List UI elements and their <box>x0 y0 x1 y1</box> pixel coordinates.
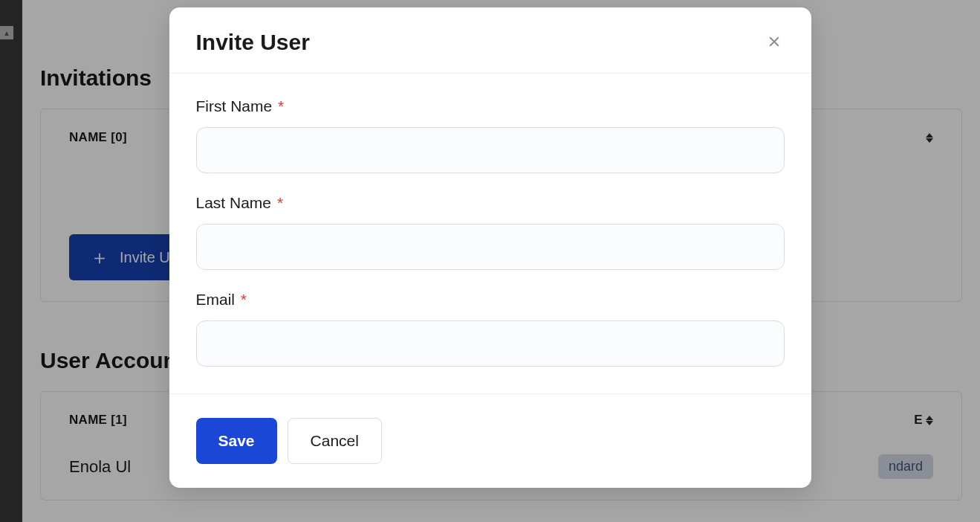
required-indicator: * <box>277 194 283 211</box>
last-name-label-text: Last Name <box>196 194 272 211</box>
email-input[interactable] <box>196 320 785 367</box>
first-name-label: First Name * <box>196 97 785 115</box>
first-name-input[interactable] <box>196 127 785 173</box>
first-name-label-text: First Name <box>196 97 273 115</box>
required-indicator: * <box>278 97 284 115</box>
cancel-button[interactable]: Cancel <box>288 418 382 464</box>
last-name-input[interactable] <box>196 224 785 270</box>
email-label-text: Email <box>196 291 236 308</box>
last-name-label: Last Name * <box>196 194 785 212</box>
save-button[interactable]: Save <box>196 418 277 464</box>
close-icon <box>767 34 782 49</box>
invite-user-modal: Invite User First Name * Last Name * Ema… <box>169 7 811 488</box>
close-button[interactable] <box>764 31 785 54</box>
modal-title: Invite User <box>196 30 310 55</box>
required-indicator: * <box>241 291 247 308</box>
email-label: Email * <box>196 291 785 309</box>
